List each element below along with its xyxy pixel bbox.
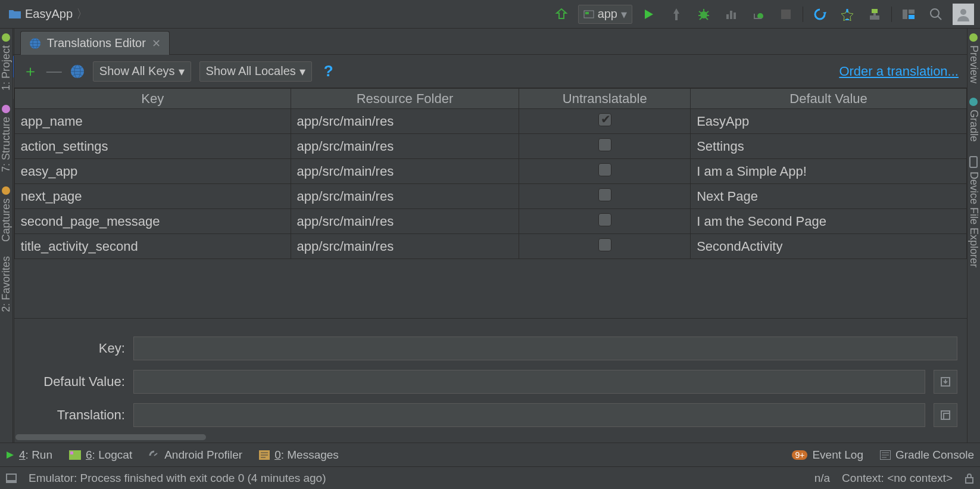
- table-row[interactable]: next_pageapp/src/main/resNext Page: [14, 184, 966, 209]
- profile-button[interactable]: [720, 4, 742, 25]
- column-header-folder[interactable]: Resource Folder: [291, 89, 519, 109]
- table-row[interactable]: easy_appapp/src/main/resI am a Simple Ap…: [14, 159, 966, 184]
- checkbox[interactable]: [598, 113, 611, 126]
- cell-key[interactable]: title_activity_second: [14, 234, 291, 259]
- tool-tab-logcat[interactable]: 6: Logcat: [69, 448, 132, 462]
- tree-node-drawable[interactable]: ▶ drawable: [13, 292, 14, 313]
- tree-node-root[interactable]: ▼ EasyApp ~/AndroidStudioProjects/: [13, 56, 14, 77]
- filter-keys-dropdown[interactable]: Show All Keys ▾: [93, 61, 191, 82]
- checkbox[interactable]: [598, 213, 611, 226]
- apply-changes-button[interactable]: [666, 4, 687, 25]
- sdk-manager-button[interactable]: [864, 4, 885, 25]
- tool-tab-structure[interactable]: 7: Structure: [0, 105, 13, 172]
- tool-tab-run[interactable]: 4: Run: [6, 448, 52, 462]
- table-row[interactable]: title_activity_secondapp/src/main/resSec…: [14, 234, 966, 259]
- cell-folder[interactable]: app/src/main/res: [291, 209, 519, 234]
- tool-tab-gradle[interactable]: Gradle: [967, 98, 980, 142]
- cell-folder[interactable]: app/src/main/res: [291, 109, 519, 134]
- scrollbar-thumb[interactable]: [15, 434, 206, 440]
- checkbox[interactable]: [598, 188, 611, 201]
- stop-button[interactable]: [775, 4, 797, 25]
- tree-node-menu[interactable]: ▶ menu: [13, 335, 14, 356]
- cell-key[interactable]: action_settings: [14, 134, 291, 159]
- run-button[interactable]: [638, 4, 660, 25]
- column-header-untranslatable[interactable]: Untranslatable: [519, 89, 691, 109]
- project-tree[interactable]: ▼ EasyApp ~/AndroidStudioProjects/ ▶ .gr…: [13, 55, 14, 432]
- tool-tab-favorites[interactable]: 2: Favorites: [0, 256, 13, 312]
- tree-node-main[interactable]: ▼ main: [13, 228, 14, 249]
- tool-tab-captures[interactable]: Captures: [0, 186, 13, 242]
- order-translation-link[interactable]: Order a translation...: [839, 64, 959, 79]
- cell-default[interactable]: Next Page: [691, 184, 967, 209]
- close-icon[interactable]: ✕: [152, 37, 161, 50]
- tree-node-src[interactable]: ▼ src: [13, 185, 14, 206]
- cell-untranslatable[interactable]: [519, 184, 691, 209]
- cell-untranslatable[interactable]: [519, 234, 691, 259]
- search-button[interactable]: [925, 4, 947, 25]
- help-icon[interactable]: ?: [324, 62, 333, 80]
- tree-node-mipmap-hdpi[interactable]: ▶ mipmap-hdpi: [13, 356, 14, 378]
- cell-untranslatable[interactable]: [519, 109, 691, 134]
- tree-node-app[interactable]: ▼ app: [13, 120, 14, 142]
- tree-node-java[interactable]: ▶ java: [13, 249, 14, 270]
- tool-tab-preview[interactable]: Preview: [967, 33, 980, 83]
- user-avatar[interactable]: [953, 4, 974, 25]
- tool-tab-device-file-explorer[interactable]: Device File Explorer: [967, 156, 980, 267]
- status-context[interactable]: Context: <no context>: [842, 472, 953, 485]
- default-value-input[interactable]: [133, 370, 925, 394]
- column-header-key[interactable]: Key: [14, 89, 291, 109]
- browse-default-button[interactable]: [934, 370, 957, 394]
- breadcrumb[interactable]: EasyApp 〉: [4, 6, 88, 22]
- table-row[interactable]: action_settingsapp/src/main/resSettings: [14, 134, 966, 159]
- translation-input[interactable]: [133, 403, 925, 427]
- tool-tab-event-log[interactable]: 9+ Event Log: [792, 448, 863, 462]
- cell-key[interactable]: app_name: [14, 109, 291, 134]
- cell-key[interactable]: next_page: [14, 184, 291, 209]
- status-bar-toggle-icon[interactable]: [6, 474, 17, 483]
- cell-untranslatable[interactable]: [519, 134, 691, 159]
- debug-button[interactable]: [693, 4, 714, 25]
- cell-folder[interactable]: app/src/main/res: [291, 134, 519, 159]
- add-key-button[interactable]: ＋: [23, 61, 38, 82]
- tool-tab-gradle-console[interactable]: Gradle Console: [880, 448, 974, 462]
- cell-key[interactable]: second_page_message: [14, 209, 291, 234]
- tree-node-layout[interactable]: ▶ layout: [13, 313, 14, 335]
- tool-tab-android-profiler[interactable]: Android Profiler: [149, 448, 242, 462]
- cell-untranslatable[interactable]: [519, 159, 691, 184]
- sync-button[interactable]: [809, 4, 831, 25]
- cell-folder[interactable]: app/src/main/res: [291, 159, 519, 184]
- tab-translations-editor[interactable]: Translations Editor ✕: [20, 31, 170, 55]
- browse-translation-button[interactable]: [934, 403, 957, 427]
- lock-icon[interactable]: [965, 473, 974, 484]
- table-row[interactable]: second_page_messageapp/src/main/resI am …: [14, 209, 966, 234]
- cell-untranslatable[interactable]: [519, 209, 691, 234]
- key-input[interactable]: [133, 337, 957, 360]
- tool-tab-project[interactable]: 1: Project: [0, 33, 13, 91]
- filter-locales-dropdown[interactable]: Show All Locales ▾: [199, 61, 312, 82]
- cell-default[interactable]: I am the Second Page: [691, 209, 967, 234]
- cell-key[interactable]: easy_app: [14, 159, 291, 184]
- avd-manager-button[interactable]: [837, 4, 858, 25]
- checkbox[interactable]: [598, 238, 611, 251]
- run-configuration-dropdown[interactable]: app ▾: [578, 5, 632, 24]
- cell-default[interactable]: Settings: [691, 134, 967, 159]
- cell-default[interactable]: SecondActivity: [691, 234, 967, 259]
- tree-node-gradle[interactable]: ▶ .gradle: [13, 77, 14, 99]
- tree-node-libs[interactable]: ▶ libs: [13, 163, 14, 185]
- add-locale-button[interactable]: [70, 64, 85, 79]
- cell-default[interactable]: I am a Simple App!: [691, 159, 967, 184]
- attach-debugger-button[interactable]: [748, 4, 769, 25]
- project-structure-button[interactable]: [898, 4, 919, 25]
- checkbox[interactable]: [598, 138, 611, 151]
- tree-node-idea[interactable]: ▶ .idea: [13, 99, 14, 120]
- cell-folder[interactable]: app/src/main/res: [291, 184, 519, 209]
- make-project-button[interactable]: [551, 4, 572, 25]
- tool-tab-messages[interactable]: 0: Messages: [259, 448, 339, 462]
- tree-node-build[interactable]: ▶ build: [13, 142, 14, 163]
- horizontal-scrollbar[interactable]: [13, 432, 14, 443]
- column-header-default[interactable]: Default Value: [691, 89, 967, 109]
- tree-node-mipmap-mdpi[interactable]: ▶ mipmap-mdpi: [13, 378, 14, 399]
- cell-default[interactable]: EasyApp: [691, 109, 967, 134]
- cell-folder[interactable]: app/src/main/res: [291, 234, 519, 259]
- table-row[interactable]: app_nameapp/src/main/resEasyApp: [14, 109, 966, 134]
